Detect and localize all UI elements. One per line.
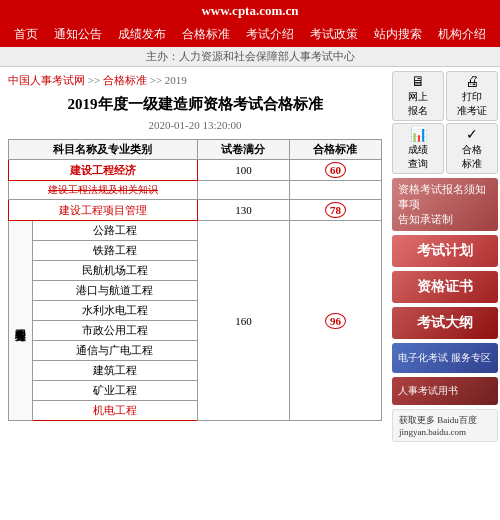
total-fgj	[197, 181, 289, 200]
subject-sl: 水利水电工程	[33, 301, 198, 321]
pass-fgj	[289, 181, 381, 200]
nav-home[interactable]: 首页	[6, 22, 46, 47]
subject-tl: 铁路工程	[33, 241, 198, 261]
table-row: 建设工程项目管理 130 78	[9, 200, 382, 221]
table-row: 建设工程法规及相关知识	[9, 181, 382, 200]
nav-policy[interactable]: 考试政策	[302, 22, 366, 47]
article-title: 2019年度一级建造师资格考试合格标准	[8, 94, 382, 115]
table-row: 建设工程经济 100 60	[9, 160, 382, 181]
breadcrumb: 中国人事考试网 >> 合格标准 >> 2019	[8, 73, 382, 88]
sub-bar: 主办：人力资源和社会保障部人事考试中心	[0, 47, 500, 67]
sidebar-top-icons: 🖥 网上报名 🖨 打印准考证 📊 成绩查询 ✓ 合格标准	[392, 71, 498, 174]
nav-scores[interactable]: 成绩发布	[110, 22, 174, 47]
article-date: 2020-01-20 13:20:00	[8, 119, 382, 131]
subject-gang: 港口与航道工程	[33, 281, 198, 301]
pass-jjj: 60	[289, 160, 381, 181]
nav-notice[interactable]: 通知公告	[46, 22, 110, 47]
header-url-bar: www.cpta.com.cn	[0, 0, 500, 22]
pass-xmgl: 78	[289, 200, 381, 221]
group-label: 专业工程管理与实务	[9, 221, 33, 421]
subject-mn: 民航机场工程	[33, 261, 198, 281]
subject-jd: 机电工程	[33, 401, 198, 421]
sidebar-cert-banner[interactable]: 资格证书	[392, 271, 498, 303]
sidebar-exam-plan-banner[interactable]: 考试计划	[392, 235, 498, 267]
subject-jz: 建筑工程	[33, 361, 198, 381]
sidebar-online-register[interactable]: 🖥 网上报名	[392, 71, 444, 121]
score-table: 科目名称及专业类别 试卷满分 合格标准 建设工程经济 100 60 建设工程法规…	[8, 139, 382, 421]
total-jjj: 100	[197, 160, 289, 181]
col-pass: 合格标准	[289, 140, 381, 160]
subject-jjj: 建设工程经济	[9, 160, 198, 181]
col-total: 试卷满分	[197, 140, 289, 160]
subject-tx: 通信与广电工程	[33, 341, 198, 361]
subject-ky: 矿业工程	[33, 381, 198, 401]
breadcrumb-standard[interactable]: 合格标准	[103, 74, 147, 86]
total-xmgl: 130	[197, 200, 289, 221]
sidebar-book-banner[interactable]: 人事考试用书	[392, 377, 498, 405]
subject-gl: 公路工程	[33, 221, 198, 241]
content-area: 中国人事考试网 >> 合格标准 >> 2019 2019年度一级建造师资格考试合…	[0, 67, 390, 450]
subject-fgj: 建设工程法规及相关知识	[9, 181, 198, 200]
nav-intro[interactable]: 考试介绍	[238, 22, 302, 47]
sidebar-outline-banner[interactable]: 考试大纲	[392, 307, 498, 339]
score-icon: 📊	[397, 126, 439, 143]
breadcrumb-year: 2019	[165, 74, 187, 86]
subject-xmgl: 建设工程项目管理	[9, 200, 198, 221]
table-row: 专业工程管理与实务 公路工程 160 96	[9, 221, 382, 241]
sidebar-notice-banner[interactable]: 资格考试报名须知事项告知承诺制	[392, 178, 498, 231]
sidebar-print[interactable]: 🖨 打印准考证	[446, 71, 498, 121]
subject-sz: 市政公用工程	[33, 321, 198, 341]
sidebar-standard[interactable]: ✓ 合格标准	[446, 123, 498, 174]
nav-search[interactable]: 站内搜索	[366, 22, 430, 47]
total-group: 160	[197, 221, 289, 421]
check-icon: ✓	[451, 126, 493, 143]
sidebar-baidu-banner[interactable]: 获取更多 Baidu百度jingyan.baidu.com	[392, 409, 498, 442]
nav-org[interactable]: 机构介绍	[430, 22, 494, 47]
nav-bar: 首页 通知公告 成绩发布 合格标准 考试介绍 考试政策 站内搜索 机构介绍	[0, 22, 500, 47]
breadcrumb-home[interactable]: 中国人事考试网	[8, 74, 85, 86]
pass-group: 96	[289, 221, 381, 421]
computer-icon: 🖥	[397, 74, 439, 90]
sidebar: 🖥 网上报名 🖨 打印准考证 📊 成绩查询 ✓ 合格标准 资格考试报名须知事项告…	[390, 67, 500, 450]
sidebar-score-query[interactable]: 📊 成绩查询	[392, 123, 444, 174]
col-subject: 科目名称及专业类别	[9, 140, 198, 160]
nav-standard[interactable]: 合格标准	[174, 22, 238, 47]
sidebar-electronic-banner[interactable]: 电子化考试 服务专区	[392, 343, 498, 373]
print-icon: 🖨	[451, 74, 493, 90]
